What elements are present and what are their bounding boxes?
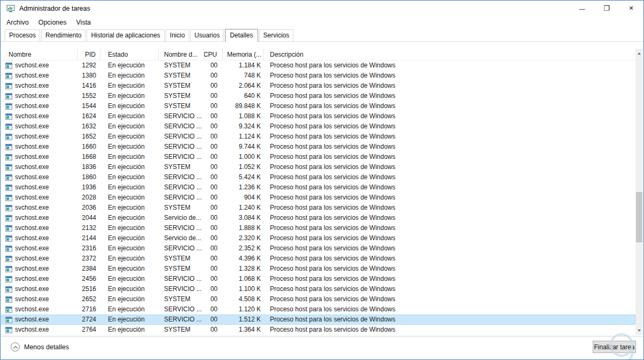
- tab-rendimiento[interactable]: Rendimiento: [41, 29, 86, 41]
- process-icon: [5, 83, 12, 89]
- process-pid: 2316: [77, 243, 100, 254]
- process-status: En ejecución: [100, 60, 159, 71]
- process-user: SERVICIO ...: [159, 121, 204, 132]
- process-icon: [5, 307, 12, 313]
- process-user: SERVICIO ...: [159, 223, 204, 233]
- table-row[interactable]: svchost.exe 2516 En ejecución SERVICIO .…: [1, 284, 635, 294]
- tab-servicios[interactable]: Servicios: [259, 29, 294, 41]
- process-icon: [5, 276, 12, 282]
- tab-procesos[interactable]: Procesos: [5, 29, 40, 41]
- process-memory: 5.424 K: [223, 172, 263, 182]
- table-row[interactable]: svchost.exe 1552 En ejecución SYSTEM 00 …: [1, 91, 635, 101]
- table-row[interactable]: svchost.exe 2456 En ejecución SERVICIO .…: [1, 274, 635, 284]
- column-header-cpu[interactable]: CPU: [204, 49, 223, 60]
- table-row[interactable]: svchost.exe 1624 En ejecución SERVICIO .…: [1, 111, 635, 121]
- process-memory: 1.240 K: [223, 203, 263, 213]
- scrollbar-thumb[interactable]: [636, 192, 642, 242]
- table-row[interactable]: svchost.exe 2044 En ejecución Servicio d…: [1, 213, 635, 223]
- table-row[interactable]: svchost.exe 1668 En ejecución SERVICIO .…: [1, 152, 635, 162]
- table-row[interactable]: svchost.exe 1632 En ejecución SERVICIO .…: [1, 121, 635, 132]
- table-row[interactable]: svchost.exe 2132 En ejecución SERVICIO .…: [1, 223, 635, 233]
- column-header-nombre-de-usuario[interactable]: Nombre d...: [159, 49, 204, 60]
- column-header-pid[interactable]: PID: [77, 49, 100, 60]
- scroll-up-button[interactable]: [635, 49, 643, 58]
- process-user: Servicio de...: [159, 213, 204, 223]
- tab-detalles[interactable]: Detalles: [225, 29, 258, 42]
- table-row[interactable]: svchost.exe 1660 En ejecución SERVICIO .…: [1, 142, 635, 152]
- process-user: SERVICIO ...: [159, 315, 204, 325]
- maximize-button[interactable]: ❒: [594, 1, 619, 16]
- process-status: En ejecución: [100, 254, 159, 264]
- menu-vista[interactable]: Vista: [72, 17, 96, 28]
- process-status: En ejecución: [100, 101, 159, 111]
- process-user: SERVICIO ...: [159, 142, 204, 152]
- process-memory: 1.120 K: [223, 304, 263, 315]
- process-name: svchost.exe: [15, 132, 49, 142]
- process-cpu: 00: [204, 91, 223, 101]
- tab-usuarios[interactable]: Usuarios: [190, 29, 224, 41]
- less-details-button[interactable]: Menos detalles: [11, 342, 69, 351]
- tab-historial-de-aplicaciones[interactable]: Historial de aplicaciones: [87, 29, 164, 41]
- process-cpu: 00: [204, 182, 223, 193]
- table-row[interactable]: svchost.exe 1936 En ejecución SERVICIO .…: [1, 182, 635, 193]
- process-cpu: 00: [204, 254, 223, 264]
- table-row[interactable]: svchost.exe 1836 En ejecución SYSTEM 00 …: [1, 162, 635, 172]
- table-row[interactable]: svchost.exe 1652 En ejecución SERVICIO .…: [1, 132, 635, 142]
- process-user: SYSTEM: [159, 254, 204, 264]
- tab-inicio[interactable]: Inicio: [166, 29, 189, 41]
- column-header-nombre[interactable]: ˆ Nombre: [1, 49, 77, 60]
- close-button[interactable]: ✕: [619, 1, 643, 16]
- process-icon: [5, 296, 12, 303]
- table-row[interactable]: svchost.exe 1380 En ejecución SYSTEM 00 …: [1, 71, 635, 81]
- process-icon: [5, 63, 12, 69]
- process-pid: 1632: [77, 121, 100, 132]
- process-status: En ejecución: [100, 182, 159, 193]
- table-row[interactable]: svchost.exe 2028 En ejecución SERVICIO .…: [1, 193, 635, 203]
- column-header-estado[interactable]: Estado: [100, 49, 159, 60]
- process-icon: [5, 164, 12, 171]
- table-row[interactable]: svchost.exe 2036 En ejecución SYSTEM 00 …: [1, 203, 635, 213]
- table-row[interactable]: svchost.exe 1544 En ejecución SYSTEM 00 …: [1, 101, 635, 111]
- process-description: Proceso host para los servicios de Windo…: [263, 325, 635, 335]
- table-row[interactable]: svchost.exe 2316 En ejecución SERVICIO .…: [1, 243, 635, 254]
- table-row[interactable]: svchost.exe 1860 En ejecución SERVICIO .…: [1, 172, 635, 182]
- table-row[interactable]: svchost.exe 2764 En ejecución SYSTEM 00 …: [1, 325, 635, 335]
- table-row[interactable]: svchost.exe 2724 En ejecución SERVICIO .…: [1, 315, 635, 325]
- footer-bar: Menos detalles Finalizar tarea: [1, 336, 643, 359]
- process-description: Proceso host para los servicios de Windo…: [263, 111, 635, 121]
- menu-opciones[interactable]: Opciones: [34, 17, 72, 28]
- process-name: svchost.exe: [15, 81, 49, 91]
- column-header-descripcion[interactable]: Descripción: [263, 49, 635, 60]
- process-name: svchost.exe: [15, 315, 49, 325]
- column-header-memoria[interactable]: Memoria (...: [223, 49, 263, 60]
- process-pid: 1836: [77, 162, 100, 172]
- process-memory: 1.888 K: [223, 223, 263, 233]
- process-user: SERVICIO ...: [159, 182, 204, 193]
- table-row[interactable]: svchost.exe 2716 En ejecución SERVICIO .…: [1, 304, 635, 315]
- table-row[interactable]: svchost.exe 2384 En ejecución SYSTEM 00 …: [1, 264, 635, 274]
- end-task-button[interactable]: Finalizar tarea: [593, 341, 636, 353]
- table-row[interactable]: svchost.exe 2372 En ejecución SYSTEM 00 …: [1, 254, 635, 264]
- process-pid: 2036: [77, 203, 100, 213]
- process-pid: 2028: [77, 193, 100, 203]
- process-name: svchost.exe: [15, 223, 49, 233]
- minimize-button[interactable]: —: [570, 1, 594, 16]
- process-user: SERVICIO ...: [159, 274, 204, 284]
- process-description: Proceso host para los servicios de Windo…: [263, 203, 635, 213]
- table-row[interactable]: svchost.exe 1292 En ejecución SYSTEM 00 …: [1, 60, 635, 71]
- process-pid: 1624: [77, 111, 100, 121]
- process-cpu: 00: [204, 294, 223, 304]
- vertical-scrollbar[interactable]: [635, 49, 643, 335]
- process-cpu: 00: [204, 315, 223, 325]
- menu-archivo[interactable]: Archivo: [2, 17, 34, 28]
- table-row[interactable]: svchost.exe 1416 En ejecución SYSTEM 00 …: [1, 81, 635, 91]
- process-icon: [5, 246, 12, 252]
- task-manager-app-icon: [6, 4, 15, 13]
- scroll-down-button[interactable]: [635, 326, 643, 335]
- process-cpu: 00: [204, 243, 223, 254]
- table-row[interactable]: svchost.exe 2652 En ejecución SYSTEM 00 …: [1, 294, 635, 304]
- process-icon: [5, 266, 12, 272]
- process-cpu: 00: [204, 325, 223, 335]
- table-row[interactable]: svchost.exe 2144 En ejecución Servicio d…: [1, 233, 635, 243]
- process-status: En ejecución: [100, 172, 159, 182]
